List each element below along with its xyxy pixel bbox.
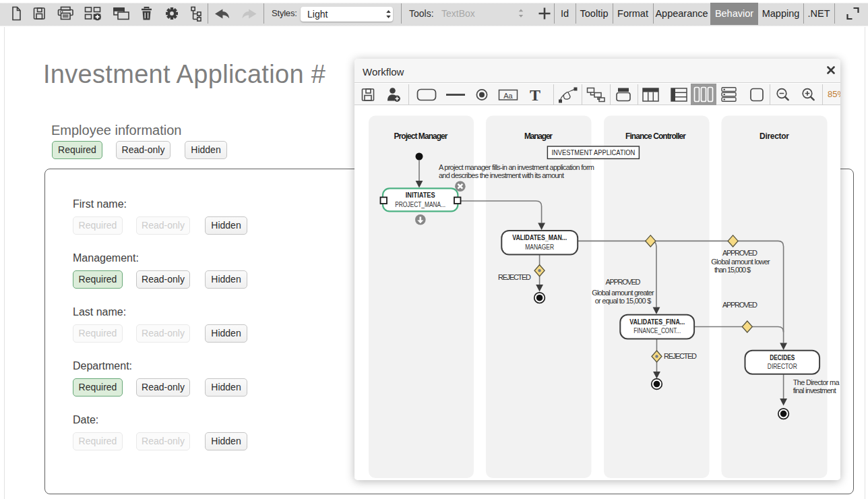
svg-text:VALIDATES_FINA...: VALIDATES_FINA... <box>629 318 685 326</box>
svg-text:Finance Controller: Finance Controller <box>625 131 686 141</box>
svg-text:INVESTMENT APPLICATION: INVESTMENT APPLICATION <box>551 148 635 156</box>
svg-text:Project Manager: Project Manager <box>394 131 448 141</box>
svg-text:A project manager fills-in an: A project manager fills-in an investment… <box>439 163 594 171</box>
svg-text:DECIDES: DECIDES <box>770 353 795 361</box>
svg-text:Global amount greater: Global amount greater <box>592 289 654 297</box>
svg-text:or equal to 15,000 $: or equal to 15,000 $ <box>595 297 652 305</box>
svg-text:VALIDATES_MAN...: VALIDATES_MAN... <box>512 233 567 241</box>
svg-text:APPROVED: APPROVED <box>606 278 641 286</box>
svg-text:T: T <box>530 86 540 104</box>
svg-text:REJECTED: REJECTED <box>498 273 531 281</box>
svg-text:Aa: Aa <box>503 92 513 100</box>
svg-text:Manager: Manager <box>524 131 553 141</box>
svg-text:FINANCE_CONT...: FINANCE_CONT... <box>633 326 681 334</box>
svg-text:Director: Director <box>760 131 789 141</box>
svg-text:DIRECTOR: DIRECTOR <box>768 362 797 370</box>
svg-text:final investment: final investment <box>793 386 836 394</box>
svg-text:MANAGER: MANAGER <box>525 243 554 251</box>
svg-text:and describes the investment w: and describes the investment with its am… <box>439 171 564 179</box>
svg-text:REJECTED: REJECTED <box>664 352 697 360</box>
svg-text:The Director ma: The Director ma <box>793 378 840 386</box>
svg-text:APPROVED: APPROVED <box>722 301 757 309</box>
svg-text:than 15,000 $: than 15,000 $ <box>714 266 751 274</box>
svg-text:Global amount lower: Global amount lower <box>711 258 770 266</box>
svg-text:PROJECT_MANA...: PROJECT_MANA... <box>395 200 445 208</box>
svg-text:INITIATES: INITIATES <box>406 191 435 199</box>
svg-text:APPROVED: APPROVED <box>722 249 757 257</box>
